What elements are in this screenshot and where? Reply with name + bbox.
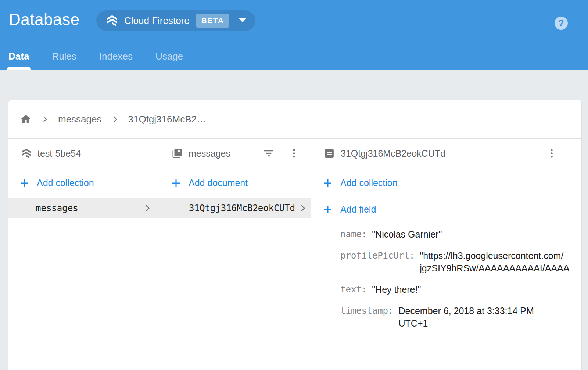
breadcrumb: messages 31Qtgj316McB2… xyxy=(8,100,581,139)
overflow-menu-icon[interactable] xyxy=(288,148,300,159)
tab-rules[interactable]: Rules xyxy=(52,51,76,70)
page-title: Database xyxy=(9,10,79,29)
field-value: December 6, 2018 at 3:33:14 PMUTC+1 xyxy=(399,305,534,330)
tab-indexes[interactable]: Indexes xyxy=(99,51,133,70)
field-row-timestamp[interactable]: timestamp:December 6, 2018 at 3:33:14 PM… xyxy=(340,300,581,334)
breadcrumb-separator-icon xyxy=(40,115,49,124)
panel-document: 31Qtgj316McB2eokCUTd Add collection xyxy=(311,139,581,370)
field-key: name: xyxy=(340,228,367,241)
product-switcher-label: Cloud Firestore xyxy=(124,15,190,26)
tab-usage[interactable]: Usage xyxy=(155,51,183,70)
document-fields: name:"Nicolas Garnier"profilePicUrl:"htt… xyxy=(311,221,581,334)
app-header: Database Cloud Firestore BETA ? DataRule… xyxy=(0,0,588,70)
chevron-right-icon xyxy=(297,203,308,213)
help-button[interactable]: ? xyxy=(555,17,568,30)
product-switcher-dropdown[interactable]: Cloud Firestore BETA xyxy=(96,10,255,31)
firestore-logo-icon xyxy=(106,14,118,27)
tab-data[interactable]: Data xyxy=(8,51,29,70)
add-collection-button[interactable]: Add collection xyxy=(8,168,159,198)
home-icon[interactable] xyxy=(20,113,32,125)
filter-icon[interactable] xyxy=(263,147,275,159)
field-value: "https://lh3.googleusercontent.com/jgzSI… xyxy=(420,249,569,274)
panels-container: test-5be54 Add collection messages xyxy=(8,139,581,370)
panel-database-root: test-5be54 Add collection messages xyxy=(8,139,159,370)
tab-bar: DataRulesIndexesUsage xyxy=(8,51,183,70)
chevron-down-icon xyxy=(239,18,247,23)
field-key: text: xyxy=(340,283,367,296)
document-icon xyxy=(324,148,335,159)
question-mark-icon: ? xyxy=(558,18,564,29)
breadcrumb-item-document[interactable]: 31Qtgj316McB2… xyxy=(128,114,206,125)
document-panel-header: 31Qtgj316McB2eokCUTd xyxy=(311,139,581,168)
collection-icon xyxy=(172,148,183,159)
plus-icon xyxy=(171,178,181,188)
document-id: 31Qtgj316McB2eokCUTd xyxy=(341,148,445,159)
document-list-item[interactable]: 31Qtgj316McB2eokCUTd xyxy=(159,198,311,218)
firestore-data-card: messages 31Qtgj316McB2… test-5be54 xyxy=(8,100,581,370)
plus-icon xyxy=(19,178,29,188)
collection-panel-header: messages xyxy=(159,139,311,168)
field-row-name[interactable]: name:"Nicolas Garnier" xyxy=(340,224,581,245)
collection-name: messages xyxy=(189,148,230,159)
database-name: test-5be54 xyxy=(37,148,81,159)
field-value: "Nicolas Garnier" xyxy=(372,228,442,241)
overflow-menu-icon[interactable] xyxy=(546,148,557,159)
firestore-logo-icon xyxy=(21,148,32,159)
breadcrumb-separator-icon xyxy=(111,115,119,124)
chevron-right-icon xyxy=(142,203,152,213)
add-field-button[interactable]: Add field xyxy=(311,198,581,221)
field-key: profilePicUrl: xyxy=(340,249,415,274)
plus-icon xyxy=(323,204,333,214)
collection-list-item-messages[interactable]: messages xyxy=(8,198,159,218)
add-document-button[interactable]: Add document xyxy=(159,168,311,198)
field-value: "Hey there!" xyxy=(372,283,421,296)
field-row-profilePicUrl[interactable]: profilePicUrl:"https://lh3.googleusercon… xyxy=(340,245,581,279)
field-row-text[interactable]: text:"Hey there!" xyxy=(340,279,581,300)
root-panel-header: test-5be54 xyxy=(8,139,159,168)
breadcrumb-item-messages[interactable]: messages xyxy=(58,114,102,125)
panel-collection: messages xyxy=(159,139,311,370)
plus-icon xyxy=(323,178,333,188)
field-key: timestamp: xyxy=(340,305,394,330)
beta-badge: BETA xyxy=(196,14,229,28)
add-collection-button-document[interactable]: Add collection xyxy=(311,168,581,198)
